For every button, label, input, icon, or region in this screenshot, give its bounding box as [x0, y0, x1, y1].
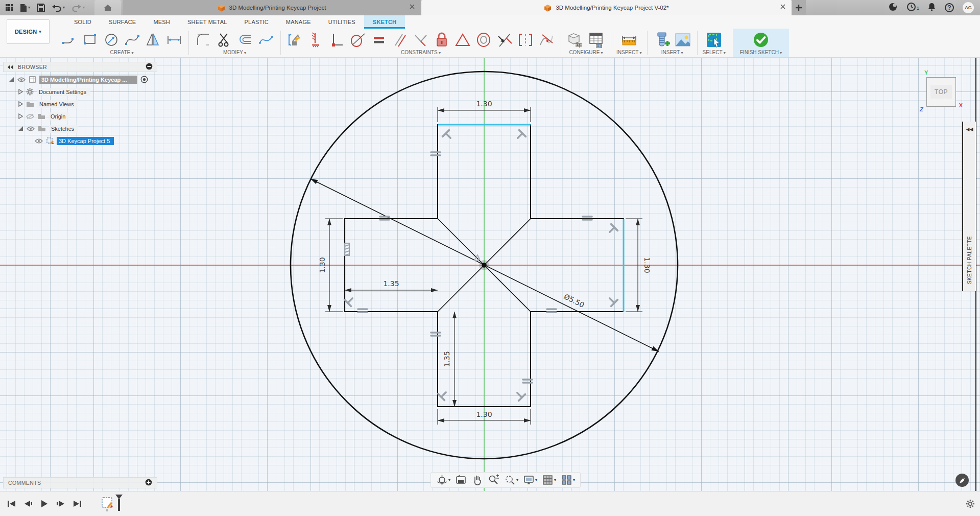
dimension-top-value[interactable]: 1.30 [476, 100, 492, 108]
timeline-step-forward-button[interactable] [54, 497, 67, 510]
inspect-menu-label[interactable]: INSPECT [616, 50, 642, 56]
create-menu-label[interactable]: CREATE [110, 50, 133, 56]
browser-item-document-settings[interactable]: Document Settings [3, 87, 157, 97]
curvature-constraint-icon[interactable] [537, 31, 556, 49]
viewports-caret[interactable]: ▾ [573, 478, 575, 482]
insert-image-icon[interactable] [674, 31, 692, 49]
grid-caret[interactable]: ▾ [554, 478, 556, 482]
file-menu-button[interactable]: ▾ [20, 4, 30, 12]
browser-item-label[interactable]: Document Settings [37, 88, 90, 96]
origin-point[interactable] [482, 263, 487, 268]
browser-item-label[interactable]: Named Views [37, 100, 78, 108]
comments-panel[interactable]: COMMENTS [3, 477, 157, 488]
notifications-bell-icon[interactable] [927, 2, 936, 13]
collapsed-triangle-icon[interactable] [18, 101, 23, 107]
collinear-constraint-icon[interactable] [307, 31, 325, 49]
select-tool-icon[interactable] [705, 31, 723, 49]
configure-menu-label[interactable]: CONFIGURE [569, 50, 603, 56]
expanded-triangle-icon[interactable] [18, 126, 23, 131]
circle-tool-icon[interactable] [102, 31, 121, 49]
collapse-panel-icon[interactable] [8, 65, 14, 69]
finish-sketch-icon[interactable] [752, 31, 770, 49]
comment-bubble-button[interactable] [955, 474, 969, 487]
timeline-position-marker[interactable] [114, 494, 124, 514]
midpoint-constraint-icon[interactable] [495, 31, 514, 49]
tab-sketch[interactable]: SKETCH [364, 15, 405, 29]
expand-palette-icon[interactable]: ◀◀ [966, 127, 973, 132]
display-settings-icon[interactable]: ▾ [521, 473, 539, 487]
rectangle-tool-icon[interactable] [81, 31, 100, 49]
zoom-window-caret[interactable]: ▾ [516, 478, 518, 482]
collapsed-triangle-icon[interactable] [18, 113, 23, 119]
pan-tool-icon[interactable] [470, 473, 485, 487]
sketch-palette-tab[interactable]: ◀◀ SKETCH PALETTE [962, 122, 976, 291]
redo-caret[interactable]: ▾ [83, 6, 85, 10]
display-caret[interactable]: ▾ [535, 478, 537, 482]
timeline-sketch-feature[interactable] [101, 496, 113, 511]
triangle-constraint-icon[interactable] [453, 31, 472, 49]
tab-plastic[interactable]: PLASTIC [236, 15, 277, 29]
undo-button[interactable]: ▾ [52, 4, 65, 12]
concentric-constraint-icon[interactable] [474, 31, 493, 49]
visibility-off-eye-icon[interactable] [26, 113, 34, 120]
timeline-play-button[interactable] [38, 497, 51, 510]
tab-utilities[interactable]: UTILITIES [320, 15, 364, 29]
offset-tool-icon[interactable] [236, 31, 254, 49]
perpendicular-constraint-icon[interactable] [412, 31, 430, 49]
view-cube-face-label[interactable]: TOP [930, 85, 952, 99]
dimension-bottom-arm-value[interactable]: 1.35 [443, 351, 451, 367]
browser-item-label[interactable]: Origin [49, 112, 69, 121]
dimension-tool-icon[interactable] [165, 31, 183, 49]
line-tool-icon[interactable] [60, 31, 79, 49]
sketch-dimension-icon[interactable] [286, 31, 304, 49]
close-tab-1-icon[interactable] [410, 4, 415, 10]
document-tab-1[interactable]: 3D Modelling/Printing Keycap Project [123, 0, 421, 15]
dimension-bottom-value[interactable]: 1.30 [476, 410, 492, 418]
job-status-icon[interactable]: 1 [906, 2, 919, 14]
configure-feature-icon[interactable] [566, 31, 585, 49]
visibility-eye-icon[interactable] [17, 77, 26, 82]
timeline-step-back-button[interactable] [21, 497, 35, 510]
timeline-go-to-end-button[interactable] [70, 497, 84, 510]
redo-button[interactable]: ▾ [71, 4, 85, 12]
break-tool-icon[interactable] [257, 31, 275, 49]
finish-sketch-label[interactable]: FINISH SKETCH [740, 50, 782, 56]
tab-solid[interactable]: SOLID [65, 15, 100, 29]
home-tab-button[interactable] [94, 0, 121, 15]
expanded-triangle-icon[interactable] [9, 77, 14, 82]
sketch-canvas[interactable]: 1.30 1.30 1.30 1.30 [0, 58, 980, 491]
browser-root-label[interactable]: 3D Modelling/Printing Keycap ... [39, 76, 137, 84]
group-finish-sketch[interactable]: FINISH SKETCH [733, 29, 789, 57]
browser-header[interactable]: BROWSER [3, 62, 157, 72]
orbit-tool-icon[interactable]: ▾ [435, 473, 452, 487]
help-icon[interactable]: ? [945, 3, 954, 12]
visibility-eye-icon[interactable] [35, 138, 43, 144]
trim-tool-icon[interactable] [215, 31, 233, 49]
browser-item-label[interactable]: Sketches [49, 125, 78, 133]
insert-menu-label[interactable]: INSERT [661, 50, 683, 56]
close-tab-2-icon[interactable] [780, 4, 785, 10]
constraints-menu-label[interactable]: CONSTRAINTS [401, 50, 441, 56]
dimension-left-arm-value[interactable]: 1.35 [383, 279, 399, 288]
orbit-caret[interactable]: ▾ [448, 478, 450, 482]
measure-tool-icon[interactable] [620, 31, 638, 49]
document-tab-2[interactable]: 3D Modelling/Printing Keycap Project V-0… [421, 0, 792, 15]
tangent-constraint-icon[interactable] [349, 31, 367, 49]
view-cube[interactable]: TOP Y X Z [926, 77, 956, 107]
tab-sheet-metal[interactable]: SHEET METAL [179, 15, 236, 29]
zoom-window-tool-icon[interactable]: ▾ [503, 473, 520, 487]
visibility-eye-icon[interactable] [27, 126, 35, 131]
symmetry-constraint-icon[interactable] [516, 31, 535, 49]
spline-tool-icon[interactable] [123, 31, 141, 49]
fillet-tool-icon[interactable] [194, 31, 212, 49]
modify-menu-label[interactable]: MODIFY [223, 50, 246, 56]
dimension-diameter-value[interactable]: Ø5.50 [563, 292, 586, 309]
dimension-right-value[interactable]: 1.30 [643, 257, 651, 273]
extensions-icon[interactable] [888, 2, 898, 14]
browser-minimize-icon[interactable] [146, 63, 153, 71]
browser-item-sketches[interactable]: Sketches [3, 124, 157, 133]
browser-item-named-views[interactable]: Named Views [3, 99, 157, 109]
collapsed-triangle-icon[interactable] [18, 89, 23, 95]
new-tab-button[interactable] [792, 0, 806, 15]
activate-radio-icon[interactable] [140, 76, 148, 83]
